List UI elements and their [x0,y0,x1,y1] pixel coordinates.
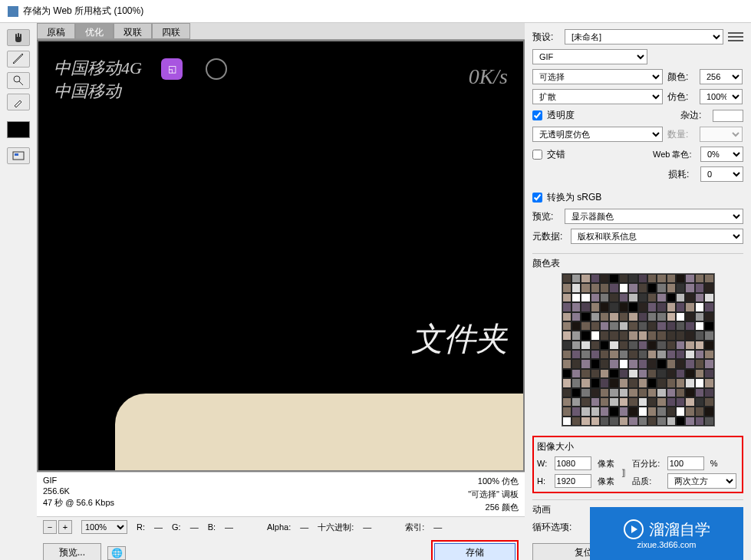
zoom-in-button[interactable]: + [58,520,72,534]
slice-tool[interactable] [7,51,30,68]
hex-label: 十六进制: [318,522,354,533]
srgb-checkbox[interactable] [532,193,542,203]
tab-2up[interactable]: 双联 [114,23,152,39]
matte-label: 杂边: [680,109,708,122]
svg-rect-2 [15,153,18,156]
carrier-text-1: 中国移动4G [54,57,142,80]
quality-select[interactable]: 两次立方 [667,473,736,489]
websnap-select[interactable]: 0% [700,147,743,162]
height-input[interactable] [555,474,591,488]
metadata-select[interactable]: 版权和联系信息 [571,229,743,244]
w-label: W: [537,459,550,468]
alpha-value: — [300,522,308,532]
folder-label: 文件夹 [411,318,508,361]
r-value: — [154,522,163,532]
dither-label: 仿色: [667,91,695,104]
status-palette: "可选择" 调板 [468,489,519,500]
lossy-select[interactable]: 0 [700,166,743,182]
zoom-out-button[interactable]: − [43,520,57,534]
info-row: − + 100% R:— G:— B:— Alpha:— 十六进制:— 索引:— [37,516,525,537]
status-format: GIF [43,476,114,485]
bottom-button-row: 预览... 🌐 存储 [37,537,525,560]
preview-panel: 原稿 优化 双联 四联 中国移动4G 中国移动 ◱ 0K/s 文件夹 GIF [37,23,525,560]
tab-optimized[interactable]: 优化 [75,23,114,39]
preview-image: 中国移动4G 中国移动 ◱ 0K/s 文件夹 [38,41,523,470]
tab-original[interactable]: 原稿 [37,23,75,39]
quality-label: 品质: [632,476,662,487]
index-value: — [433,522,442,532]
hand-tool[interactable] [7,29,30,46]
zoom-select[interactable]: 100% [81,520,127,534]
percent-input[interactable] [667,456,704,470]
app-icon [8,6,18,17]
h-label: H: [537,476,550,486]
preview-tabs: 原稿 优化 双联 四联 [37,23,525,40]
loop-label: 循环选项: [532,521,574,534]
amount-select [700,127,743,142]
pct-unit: % [710,459,739,468]
matte-swatch[interactable] [713,110,743,122]
h-unit: 像素 [598,476,617,487]
format-select[interactable]: GIF [532,49,647,64]
save-button[interactable]: 存储 [434,543,515,560]
colors-select[interactable]: 256 [700,69,743,84]
toggle-slices-tool[interactable] [7,147,30,164]
image-size-section: 图像大小 W: 像素 ⟧ 百分比: % H: 像素 品质: 两次立方 [532,436,743,493]
alpha-label: Alpha: [267,522,291,532]
reduction-select[interactable]: 可选择 [532,69,663,84]
websnap-label: Web 靠色: [653,149,696,160]
interlaced-label: 交错 [547,148,648,161]
preview2-select[interactable]: 显示器颜色 [565,209,743,224]
eyedropper-color[interactable] [7,121,30,138]
color-table[interactable] [562,273,715,427]
status-dither: 100% 仿色 [468,476,519,487]
dither-method-select[interactable]: 扩散 [532,89,663,104]
preview-viewport[interactable]: 中国移动4G 中国移动 ◱ 0K/s 文件夹 [37,40,525,472]
srgb-label: 转换为 sRGB [547,191,601,204]
flyout-menu-icon[interactable] [728,31,743,43]
index-label: 索引: [405,522,424,533]
w-unit: 像素 [598,458,617,469]
link-icon[interactable]: ⟧ [621,468,627,478]
g-label: G: [172,522,181,532]
preset-select[interactable]: [未命名] [565,29,723,44]
lossy-label: 损耗: [668,168,696,181]
svg-point-0 [14,76,20,82]
preview-overlay [115,394,523,470]
preview-status-bar: GIF 256.6K 47 秒 @ 56.6 Kbps 100% 仿色 "可选择… [37,472,525,516]
browser-preview-button[interactable]: 🌐 [107,546,126,560]
zoom-tool[interactable] [7,72,30,89]
titlebar: 存储为 Web 所用格式 (100%) [0,0,751,23]
watermark-text: 溜溜自学 [649,519,710,540]
gallery-app-icon: ◱ [161,58,183,80]
imagesize-label: 图像大小 [537,440,739,453]
colors-label: 颜色: [667,71,695,84]
preview2-label: 预览: [532,210,560,223]
network-speed: 0K/s [469,64,508,89]
width-input[interactable] [555,456,591,470]
dither-amount-select[interactable]: 100% [700,89,743,104]
percent-label: 百分比: [632,458,662,469]
amount-label: 数量: [667,128,695,141]
trans-dither-select[interactable]: 无透明度仿色 [532,127,663,142]
g-value: — [190,522,199,532]
tool-palette [0,23,37,560]
metadata-label: 元数据: [532,230,566,243]
clock-app-icon [206,58,227,80]
hex-value: — [363,522,371,532]
eyedropper-tool[interactable] [7,94,30,110]
transparency-checkbox[interactable] [532,110,542,120]
colortable-label: 颜色表 [532,253,743,270]
transparency-label: 透明度 [547,109,676,122]
b-label: B: [208,522,216,532]
settings-panel: 预设: [未命名] GIF 可选择 颜色: 256 扩散 仿色: 100% 透明… [525,23,751,560]
carrier-text-2: 中国移动 [54,80,121,103]
interlaced-checkbox[interactable] [532,150,542,160]
status-time: 47 秒 @ 56.6 Kbps [43,497,114,509]
preview-button[interactable]: 预览... [43,543,101,560]
tab-4up[interactable]: 四联 [152,23,190,39]
b-value: — [225,522,233,532]
dialog-title: 存储为 Web 所用格式 (100%) [23,5,143,18]
status-size: 256.6K [43,486,114,496]
r-label: R: [137,522,145,532]
